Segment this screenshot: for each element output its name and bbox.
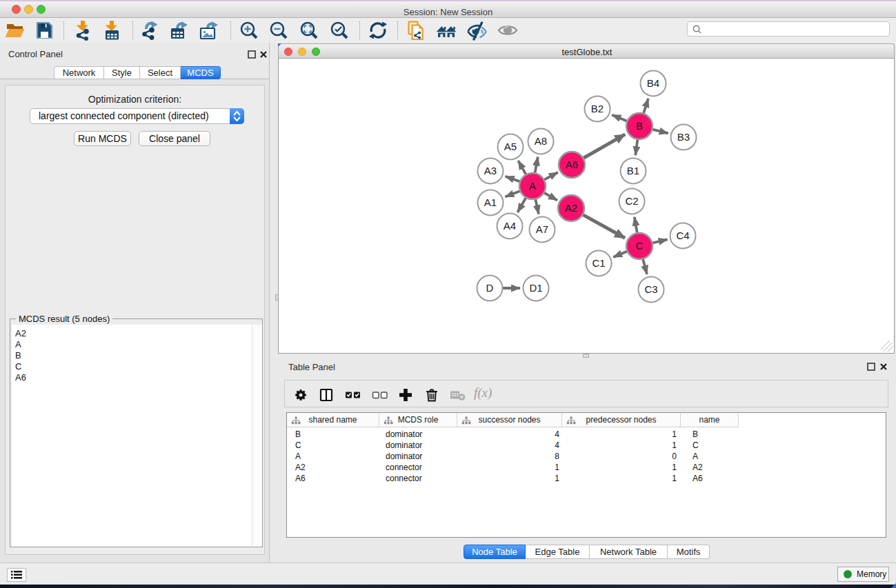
svg-text:B: B: [636, 120, 643, 132]
svg-text:A1: A1: [484, 196, 497, 208]
svg-text:D1: D1: [529, 282, 542, 294]
svg-text:B1: B1: [627, 165, 639, 176]
svg-text:C: C: [636, 240, 644, 252]
svg-text:A8: A8: [535, 135, 547, 147]
svg-text:B2: B2: [591, 103, 604, 114]
svg-text:D: D: [486, 282, 494, 294]
svg-text:A: A: [529, 180, 536, 192]
svg-text:C3: C3: [644, 283, 657, 295]
svg-text:A7: A7: [536, 223, 548, 235]
svg-text:A3: A3: [484, 165, 497, 176]
svg-text:A2: A2: [565, 202, 577, 214]
svg-text:C4: C4: [676, 230, 689, 241]
svg-text:C1: C1: [592, 257, 605, 269]
svg-text:A6: A6: [566, 159, 578, 170]
svg-text:A4: A4: [504, 220, 516, 232]
svg-text:B3: B3: [677, 131, 690, 143]
svg-text:B4: B4: [647, 77, 659, 89]
svg-text:A5: A5: [504, 141, 517, 152]
svg-text:C2: C2: [625, 195, 638, 207]
